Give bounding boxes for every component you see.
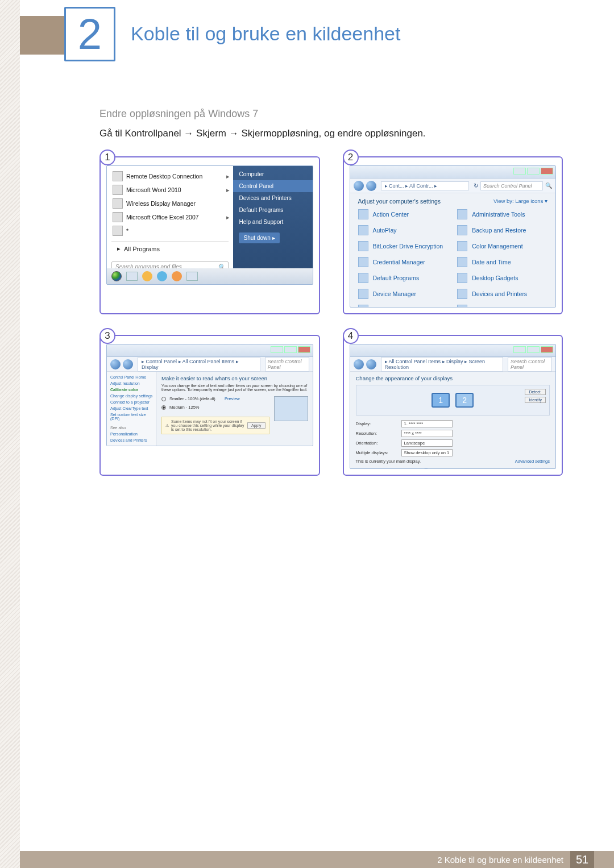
start-menu-item[interactable]: Wireless Display Manager (107, 197, 233, 210)
nav-forward-icon[interactable] (123, 359, 133, 369)
cp-label: Default Programs (373, 275, 420, 281)
resolution-select[interactable]: **** x **** (401, 430, 453, 437)
scale-option-100[interactable]: Smaller - 100% (default) Preview (161, 396, 269, 401)
right-panel-item[interactable]: Computer (233, 168, 312, 180)
breadcrumb[interactable]: ▸ Cont... ▸ All Contr... ▸ (381, 181, 470, 190)
taskbar-wmp-icon[interactable] (172, 271, 182, 281)
cp-item[interactable]: Administrative Tools (457, 209, 547, 219)
shutdown-button[interactable]: Shut down ▸ (239, 232, 279, 243)
scale-option-125[interactable]: Medium - 125% (161, 405, 269, 410)
arrow-right-icon: ▸ (117, 245, 121, 252)
side-cleartype[interactable]: Adjust ClearType text (110, 406, 153, 410)
cp-item[interactable]: Desktop Gadgets (457, 273, 547, 283)
minimize-icon[interactable] (513, 168, 526, 175)
window-titlebar (350, 344, 556, 357)
detect-button[interactable]: Detect (525, 389, 546, 395)
cp-item[interactable]: Date and Time (457, 257, 547, 267)
cp-item[interactable]: Backup and Restore (457, 225, 547, 235)
maximize-icon[interactable] (284, 346, 297, 353)
breadcrumb[interactable]: ▸ Control Panel ▸ All Control Panel Item… (138, 357, 260, 372)
right-panel-item-highlight[interactable]: Control Panel (233, 180, 312, 192)
nav-back-icon[interactable] (354, 181, 364, 191)
cp-item[interactable]: Display (358, 305, 449, 308)
preview-pane (274, 396, 308, 421)
breadcrumb[interactable]: ▸ All Control Panel Items ▸ Display ▸ Sc… (381, 357, 504, 372)
cp-item[interactable]: Default Programs (358, 273, 449, 283)
step-3: 3 ▸ Control Panel ▸ All Control Panel It… (99, 335, 320, 476)
cp-item[interactable]: Devices and Printers (457, 289, 547, 299)
maximize-icon[interactable] (527, 168, 540, 175)
window-titlebar (350, 166, 556, 178)
radio-selected-icon (161, 405, 166, 410)
monitor-2-icon[interactable]: 2 (455, 393, 474, 408)
taskbar-explorer-icon[interactable] (126, 272, 138, 281)
search-icon[interactable]: 🔍 (545, 182, 552, 189)
side-home[interactable]: Control Panel Home (110, 375, 153, 379)
screenshot-display-settings: ▸ Control Panel ▸ All Control Panel Item… (106, 344, 313, 446)
side-custom[interactable]: Set custom text size (DPI) (110, 413, 153, 421)
search-input[interactable]: Search Control Panel (480, 181, 543, 190)
start-menu-item[interactable]: * (107, 224, 233, 238)
start-menu-item[interactable]: Remote Desktop Connection▸ (107, 169, 233, 183)
refresh-icon[interactable]: ↻ (474, 182, 478, 189)
start-orb-icon[interactable] (111, 271, 122, 281)
taskbar-firefox-icon[interactable] (142, 271, 152, 281)
explorer-toolbar: ▸ Cont... ▸ All Contr... ▸ ↻ Search Cont… (350, 178, 556, 193)
right-panel-item[interactable]: Devices and Printers (233, 192, 312, 204)
cp-item[interactable]: Ease of Access Center (457, 305, 547, 308)
submenu-arrow-icon: ▸ (226, 186, 230, 193)
side-pers[interactable]: Personalization (110, 432, 153, 436)
close-icon[interactable] (541, 346, 553, 353)
cp-item[interactable]: Action Center (358, 209, 449, 219)
cp-item[interactable]: BitLocker Drive Encryption (358, 241, 449, 251)
nav-forward-icon[interactable] (366, 181, 376, 191)
side-dev[interactable]: Devices and Printers (110, 438, 153, 442)
autoplay-icon (358, 225, 368, 235)
close-icon[interactable] (541, 168, 553, 175)
cp-label: Desktop Gadgets (472, 275, 518, 281)
identify-button[interactable]: Identify (525, 397, 546, 403)
monitor-1-icon[interactable]: 1 (432, 393, 450, 408)
side-change[interactable]: Change display settings (110, 394, 153, 398)
right-panel-item[interactable]: Help and Support (233, 216, 312, 228)
cp-item[interactable]: AutoPlay (358, 225, 449, 235)
help-links: Connect to a projector (or press the ⊞ k… (356, 467, 550, 469)
chapter-number: 2 (78, 13, 102, 56)
screenshot-control-panel: ▸ Cont... ▸ All Contr... ▸ ↻ Search Cont… (350, 165, 557, 308)
minimize-icon[interactable] (513, 346, 526, 353)
projector-link[interactable]: Connect to a projector (or press the ⊞ k… (356, 467, 550, 469)
cp-label: Administrative Tools (472, 211, 525, 218)
display-select[interactable]: 1. **** **** (401, 420, 453, 427)
view-by-dropdown[interactable]: View by: Large icons ▾ (493, 198, 547, 205)
multiple-select[interactable]: Show desktop only on 1 (401, 449, 453, 456)
lock-icon (358, 241, 368, 251)
taskbar-ie-icon[interactable] (157, 271, 167, 281)
right-panel-item[interactable]: Default Programs (233, 204, 312, 216)
orientation-select[interactable]: Landscape (401, 439, 453, 447)
start-menu-item[interactable]: Microsoft Office Excel 2007▸ (107, 210, 233, 224)
label: Display: (356, 421, 396, 426)
advanced-link[interactable]: Advanced settings (515, 459, 550, 464)
step-2: 2 ▸ Cont... ▸ All Contr... ▸ ↻ (343, 156, 563, 314)
search-input[interactable]: Search Control Panel (508, 357, 552, 372)
cp-item[interactable]: Device Manager (358, 289, 449, 299)
nav-back-icon[interactable] (354, 359, 364, 369)
nav-forward-icon[interactable] (366, 359, 376, 369)
side-calibrate[interactable]: Calibrate color (110, 388, 153, 392)
search-input[interactable]: Search Control Panel (265, 357, 309, 372)
start-menu-item[interactable]: Microsoft Word 2010▸ (107, 183, 233, 197)
minimize-icon[interactable] (271, 346, 283, 353)
control-panel-body: Adjust your computer's settings View by:… (350, 193, 556, 308)
cp-item[interactable]: Color Management (457, 241, 547, 251)
apply-button[interactable]: Apply (247, 422, 265, 429)
cp-item[interactable]: Credential Manager (358, 257, 449, 267)
side-adjust[interactable]: Adjust resolution (110, 381, 153, 385)
maximize-icon[interactable] (527, 346, 540, 353)
all-programs-link[interactable]: ▸All Programs (111, 241, 229, 256)
close-icon[interactable] (298, 346, 310, 353)
side-connect[interactable]: Connect to a projector (110, 400, 153, 404)
app-label: * (126, 227, 128, 234)
adjust-label: Adjust your computer's settings (358, 198, 441, 205)
taskbar-app-icon[interactable] (186, 272, 198, 281)
nav-back-icon[interactable] (110, 359, 121, 369)
